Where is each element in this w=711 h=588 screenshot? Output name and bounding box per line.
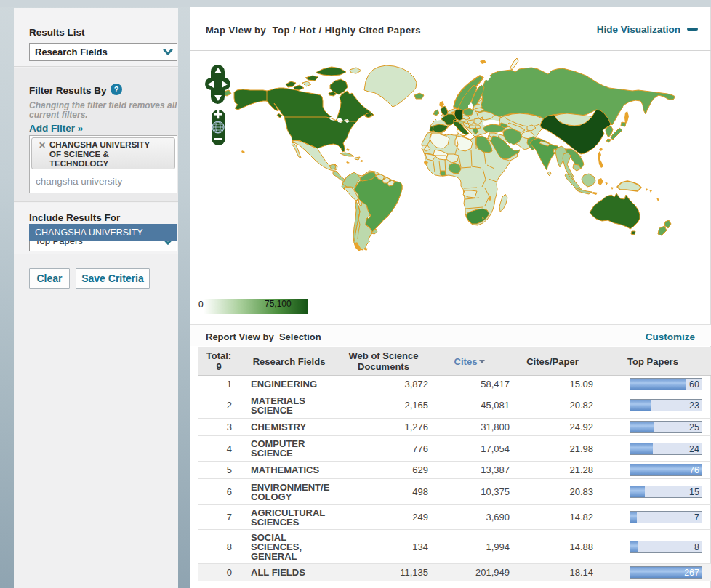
svg-text:75,100: 75,100 [265,299,292,309]
svg-text:0: 0 [198,299,204,310]
